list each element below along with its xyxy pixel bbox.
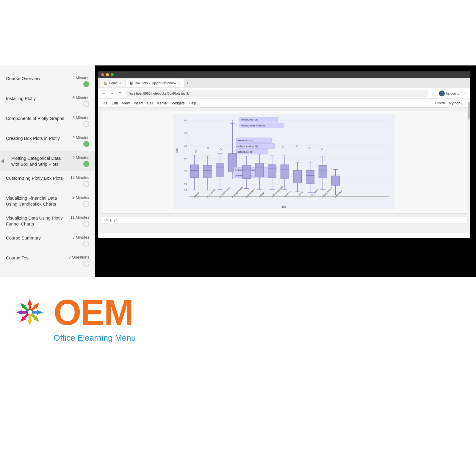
jupyter-kernel: Trusted Python 3 ○	[433, 101, 466, 105]
svg-point-22	[195, 151, 196, 153]
menu-icon[interactable]: ⋮	[462, 91, 468, 95]
python-label: Python 3 ○	[449, 101, 466, 105]
menu-kernel[interactable]: Kernel	[157, 101, 168, 105]
svg-marker-146	[27, 299, 32, 305]
logo-area: OEM Office Elearning Menu	[12, 295, 464, 343]
svg-rect-139	[29, 314, 31, 320]
nav-back[interactable]: ←	[101, 91, 107, 95]
sidebar-item-right-course-summary: 3 Minutes	[73, 235, 89, 247]
scrollbar-track	[468, 99, 470, 233]
incognito-label: Incognito	[446, 92, 459, 95]
sidebar-item-left-creating-box-plots: Creating Box Plots in Plotly	[6, 135, 70, 141]
sidebar-item-status-course-summary	[83, 241, 89, 247]
svg-text:40: 40	[184, 182, 187, 185]
home-icon: 🏠	[104, 82, 107, 85]
menu-cell[interactable]: Cell	[147, 101, 153, 105]
sidebar-item-left-installing-plotly: Installing Plotly	[6, 95, 70, 101]
sidebar-item-duration-customizing-box-plots: 12 Minutes	[70, 175, 89, 180]
svg-rect-93	[306, 170, 314, 184]
svg-rect-105	[331, 176, 340, 185]
sidebar-item-financial-data[interactable]: Visualizing Financial Data Using Candles…	[0, 191, 95, 211]
trusted-badge: Trusted	[433, 101, 447, 105]
sidebar-item-status-course-test	[83, 261, 89, 267]
bookmark-icon[interactable]: ☆	[430, 91, 436, 95]
sidebar-item-duration-creating-box-plots: 9 Minutes	[73, 135, 89, 140]
tab-home-close[interactable]: ✕	[119, 82, 122, 85]
input-cell-label: In [ ]:	[104, 218, 118, 222]
sidebar-item-installing-plotly[interactable]: Installing Plotly 6 Minutes	[0, 91, 95, 111]
svg-text:30: 30	[184, 188, 187, 192]
maximize-dot[interactable]	[111, 73, 114, 76]
close-dot[interactable]	[101, 73, 104, 76]
sidebar: Course Overview 2 Minutes Installing Plo…	[0, 65, 95, 277]
tab-jupyter-close[interactable]: ✕	[178, 82, 181, 85]
address-input[interactable]	[126, 90, 428, 97]
svg-marker-134	[37, 310, 43, 315]
sidebar-item-plotting-categorical[interactable]: Plotting Categorical Data with Box and S…	[0, 151, 95, 171]
nav-forward[interactable]: →	[109, 91, 115, 95]
browser-chrome	[98, 71, 470, 78]
menu-help[interactable]: Help	[189, 101, 196, 105]
jupyter-input-cell[interactable]: In [ ]:	[101, 217, 467, 223]
menu-view[interactable]: View	[122, 101, 130, 105]
sidebar-item-left-plotting-categorical: Plotting Categorical Data with Box and S…	[6, 155, 70, 167]
svg-rect-135	[32, 311, 37, 314]
menu-file[interactable]: File	[102, 101, 107, 105]
sidebar-item-components-plotly[interactable]: Components of Plotly Graphs 8 Minutes	[0, 111, 95, 131]
svg-text:50: 50	[184, 169, 187, 173]
incognito-badge: 👤 Incognito	[439, 90, 459, 96]
svg-rect-143	[22, 311, 28, 314]
oem-tagline-text: Office Elearning Menu	[54, 333, 136, 342]
sidebar-item-customizing-box-plots[interactable]: Customizing Plotly Box Plots 12 Minutes	[0, 171, 95, 191]
minimize-dot[interactable]	[106, 73, 109, 76]
svg-rect-87	[293, 170, 302, 183]
sidebar-item-label-components-plotly: Components of Plotly Graphs	[6, 115, 64, 121]
sidebar-item-funnel-charts[interactable]: Visualizing Data Using Plotly Funnel Cha…	[0, 211, 95, 231]
sidebar-item-status-plotting-categorical	[83, 161, 89, 167]
oem-company-name: OEM	[54, 295, 133, 330]
sidebar-item-label-financial-data: Visualizing Financial Data Using Candles…	[6, 195, 70, 207]
scrollbar-thumb[interactable]	[468, 102, 470, 120]
svg-text:(refined, upper fence: 93): (refined, upper fence: 93)	[241, 124, 266, 127]
tab-home[interactable]: 🏠 Home ✕	[100, 79, 125, 87]
svg-text:(refined, median: 64): (refined, median: 64)	[237, 145, 258, 148]
sidebar-item-course-overview[interactable]: Course Overview 2 Minutes	[0, 71, 95, 91]
svg-marker-138	[27, 320, 32, 326]
sidebar-item-course-test[interactable]: Course Test 7 Questions	[0, 251, 95, 271]
sidebar-item-left-components-plotly: Components of Plotly Graphs	[6, 115, 70, 121]
active-arrow-indicator	[1, 159, 4, 164]
sidebar-item-left-customizing-box-plots: Customizing Plotly Box Plots	[6, 175, 67, 181]
address-bar: ← → ⟳ ☆ 👤 Incognito ⋮	[98, 88, 470, 99]
sidebar-item-right-components-plotly: 8 Minutes	[73, 115, 89, 127]
sidebar-item-duration-components-plotly: 8 Minutes	[73, 115, 89, 120]
tab-add-button[interactable]: +	[185, 81, 191, 85]
svg-text:age: age	[175, 148, 178, 153]
jupyter-menu: File Edit View Insert Cell Kernel Widget…	[98, 99, 470, 108]
svg-text:(refined, q1: 58): (refined, q1: 58)	[237, 151, 253, 153]
jupyter-area: File Edit View Insert Cell Kernel Widget…	[98, 99, 470, 233]
tab-jupyter[interactable]: 📓 BoxPlots - Jupyter Notebook ✕	[126, 79, 184, 87]
nav-reload[interactable]: ⟳	[117, 91, 123, 95]
svg-rect-0	[173, 114, 395, 209]
sidebar-item-right-course-test: 7 Questions	[69, 255, 89, 267]
sidebar-item-right-funnel-charts: 11 Minutes	[70, 215, 89, 227]
svg-text:90: 90	[184, 119, 187, 122]
sidebar-item-label-funnel-charts: Visualizing Data Using Plotly Funnel Cha…	[6, 215, 67, 227]
sidebar-item-label-creating-box-plots: Creating Box Plots in Plotly	[6, 135, 60, 141]
oem-logo-icon	[12, 295, 48, 330]
sidebar-item-label-installing-plotly: Installing Plotly	[6, 95, 36, 101]
svg-text:60: 60	[184, 157, 187, 160]
svg-text:(refined, max: 95): (refined, max: 95)	[241, 118, 258, 121]
sidebar-item-left-course-test: Course Test	[6, 255, 66, 261]
tab-jupyter-label: BoxPlots - Jupyter Notebook	[135, 81, 176, 85]
chart-container: 90 80 70 60 50 40 30 age	[101, 111, 467, 214]
sidebar-item-label-course-overview: Course Overview	[6, 76, 40, 82]
menu-edit[interactable]: Edit	[112, 101, 118, 105]
oem-tagline: Office Elearning Menu	[12, 333, 136, 343]
menu-widgets[interactable]: Widgets	[172, 101, 184, 105]
sidebar-item-course-summary[interactable]: Course Summary 3 Minutes	[0, 231, 95, 251]
sidebar-item-status-components-plotly	[83, 121, 89, 127]
menu-insert[interactable]: Insert	[134, 101, 143, 105]
sidebar-item-right-installing-plotly: 6 Minutes	[73, 95, 89, 107]
sidebar-item-creating-box-plots[interactable]: Creating Box Plots in Plotly 9 Minutes	[0, 131, 95, 151]
